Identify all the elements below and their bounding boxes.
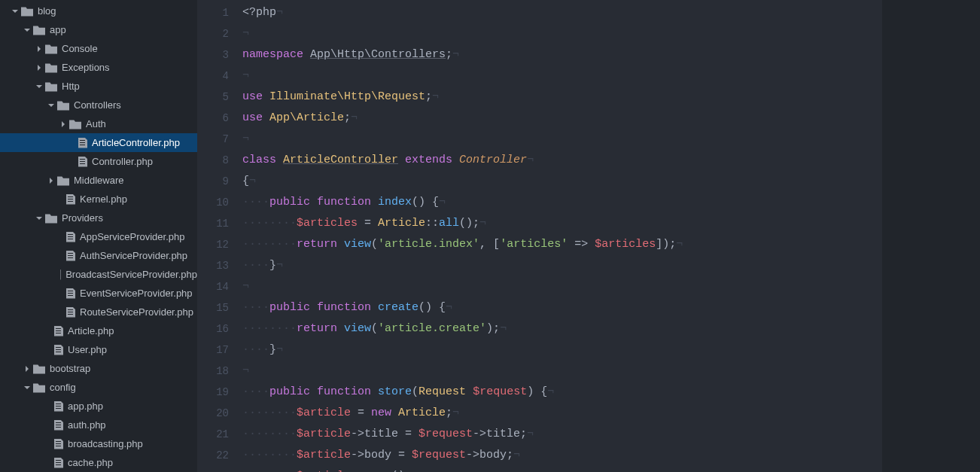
chevron-down-icon[interactable] — [36, 84, 42, 90]
tree-item-label: app — [50, 24, 66, 35]
folder-icon — [45, 62, 57, 73]
folder-icon — [57, 175, 69, 186]
tree-item-auth-php[interactable]: auth.php — [0, 416, 197, 434]
code-line[interactable]: ········$articles = Article::all();¬ — [242, 213, 980, 234]
tree-item-http[interactable]: Http — [0, 77, 197, 96]
tree-item-app[interactable]: app — [0, 20, 197, 39]
token-kw: return — [297, 322, 337, 335]
chevron-right-icon[interactable] — [36, 65, 42, 71]
tree-item-broadcastserviceprovider-php[interactable]: BroadcastServiceProvider.php — [0, 265, 197, 284]
code-line[interactable]: ····}¬ — [242, 255, 980, 276]
token-var: $article — [297, 428, 351, 440]
tree-item-routeserviceprovider-php[interactable]: RouteServiceProvider.php — [0, 303, 197, 321]
chevron-right-icon[interactable] — [60, 121, 66, 127]
token-op — [276, 154, 283, 166]
token-kw: function — [317, 196, 371, 209]
tree-item-blog[interactable]: blog — [0, 2, 197, 20]
token-op: , [ — [479, 238, 500, 251]
code-line[interactable]: namespace App\Http\Controllers;¬ — [242, 44, 980, 65]
token-op: () { — [412, 196, 439, 209]
tree-item-console[interactable]: Console — [0, 39, 197, 58]
code-line[interactable]: ········$article->body = $request->body;… — [242, 445, 980, 466]
tree-item-app-php[interactable]: app.php — [0, 397, 197, 416]
tree-item-kernel-php[interactable]: Kernel.php — [0, 190, 197, 209]
chevron-down-icon[interactable] — [24, 27, 30, 33]
line-number: 9 — [197, 171, 242, 192]
tree-item-controller-php[interactable]: Controller.php — [0, 152, 197, 171]
chevron-down-icon[interactable] — [48, 102, 54, 108]
token-kw: class — [242, 154, 276, 166]
folder-icon — [33, 364, 45, 374]
token-ws: ········ — [242, 238, 297, 251]
token-op — [263, 111, 269, 124]
code-line[interactable]: ····public function store(Request $reque… — [242, 382, 980, 403]
token-ws: ········ — [242, 407, 297, 419]
token-op: } — [269, 259, 276, 272]
code-line[interactable]: ¬ — [242, 276, 980, 297]
token-ws: ········ — [242, 449, 297, 461]
tree-item-providers[interactable]: Providers — [0, 209, 197, 227]
token-fn: store — [378, 385, 412, 398]
code-line[interactable]: use App\Article;¬ — [242, 108, 980, 129]
code-line[interactable]: ····}¬ — [242, 340, 980, 361]
token-var: $request — [418, 428, 473, 440]
tree-item-label: BroadcastServiceProvider.php — [65, 269, 197, 280]
tree-item-articlecontroller-php[interactable]: ArticleController.php — [0, 133, 197, 152]
tree-item-label: blog — [38, 5, 56, 17]
code-line[interactable]: ¬ — [242, 129, 980, 150]
tree-item-label: bootstrap — [50, 363, 90, 374]
code-line[interactable]: ········return view('article.create');¬ — [242, 318, 980, 340]
chevron-down-icon[interactable] — [12, 8, 18, 14]
folder-icon — [45, 81, 57, 92]
tree-item-label: Auth — [86, 118, 106, 129]
code-line[interactable]: ····public function index() {¬ — [242, 192, 980, 213]
tree-item-auth[interactable]: Auth — [0, 114, 197, 133]
file-icon — [54, 439, 63, 449]
token-kw: public — [269, 385, 310, 398]
code-line[interactable]: class ArticleController extends Controll… — [242, 150, 980, 171]
tree-item-appserviceprovider-php[interactable]: AppServiceProvider.php — [0, 227, 197, 246]
code-line[interactable]: ¬ — [242, 65, 980, 87]
file-tree-sidebar[interactable]: blogappConsoleExceptionsHttpControllersA… — [0, 0, 197, 472]
code-line[interactable]: ········$article->save();¬ — [242, 466, 980, 472]
chevron-down-icon[interactable] — [24, 385, 30, 391]
code-line[interactable]: ¬ — [242, 361, 980, 382]
code-line[interactable]: ········return view('article.index', ['a… — [242, 234, 980, 255]
token-op — [398, 154, 405, 166]
token-ws: ¬ — [527, 428, 534, 440]
chevron-right-icon[interactable] — [24, 366, 30, 372]
tree-item-exceptions[interactable]: Exceptions — [0, 58, 197, 77]
code-line[interactable]: {¬ — [242, 171, 980, 192]
tree-item-controllers[interactable]: Controllers — [0, 96, 197, 114]
tree-item-broadcasting-php[interactable]: broadcasting.php — [0, 434, 197, 453]
code-line[interactable]: use Illuminate\Http\Request;¬ — [242, 87, 980, 108]
token-kw: namespace — [242, 48, 303, 61]
code-area[interactable]: <?php¬¬namespace App\Http\Controllers;¬¬… — [242, 0, 980, 472]
tree-item-label: Article.php — [68, 325, 114, 336]
tree-item-eventserviceprovider-php[interactable]: EventServiceProvider.php — [0, 284, 197, 303]
tree-item-bootstrap[interactable]: bootstrap — [0, 359, 197, 378]
tree-item-label: Providers — [62, 212, 103, 224]
chevron-right-icon[interactable] — [48, 178, 54, 184]
tree-item-authserviceprovider-php[interactable]: AuthServiceProvider.php — [0, 246, 197, 265]
tree-item-label: EventServiceProvider.php — [80, 288, 193, 299]
code-line[interactable]: ········$article->title = $request->titl… — [242, 424, 980, 445]
code-line[interactable]: ····public function create() {¬ — [242, 297, 980, 318]
token-op: ( — [371, 322, 378, 335]
line-number: 5 — [197, 87, 242, 108]
tree-item-middleware[interactable]: Middleware — [0, 171, 197, 190]
code-line[interactable]: ········$article = new Article;¬ — [242, 403, 980, 424]
code-line[interactable]: ¬ — [242, 23, 980, 44]
tree-item-article-php[interactable]: Article.php — [0, 321, 197, 340]
code-line[interactable]: <?php¬ — [242, 2, 980, 23]
token-op — [263, 90, 269, 103]
token-ws: ¬ — [276, 343, 283, 356]
chevron-right-icon[interactable] — [36, 46, 42, 52]
line-number: 20 — [197, 403, 242, 424]
tree-item-cache-php[interactable]: cache.php — [0, 453, 197, 472]
code-editor[interactable]: 1234567891011121314151617181920212223 <?… — [197, 0, 980, 472]
chevron-down-icon[interactable] — [36, 215, 42, 221]
tree-item-config[interactable]: config — [0, 378, 197, 397]
token-var: $articles — [297, 217, 358, 230]
tree-item-user-php[interactable]: User.php — [0, 340, 197, 359]
